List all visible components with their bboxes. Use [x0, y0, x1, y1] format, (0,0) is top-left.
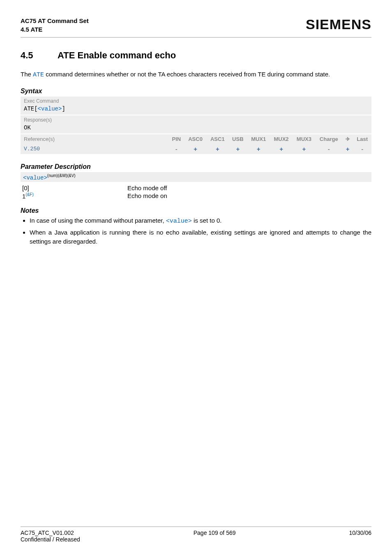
- col-airplane: ✈: [342, 134, 353, 144]
- param-key-1: 1(&F): [21, 192, 127, 200]
- param-desc-heading: Parameter Description: [21, 163, 371, 170]
- param-row-0: [0] Echo mode off: [21, 184, 371, 191]
- param-val-0: Echo mode off: [127, 184, 167, 191]
- notes-list: In case of using the command without par…: [30, 216, 371, 246]
- notes-heading: Notes: [21, 207, 371, 214]
- val-mux3: +: [293, 144, 315, 154]
- reference-value-row: V.250 - + + + + + + - + -: [21, 144, 371, 154]
- col-last: Last: [353, 134, 371, 144]
- reference-label: Reference(s): [21, 134, 168, 144]
- val-last: -: [353, 144, 371, 154]
- response-box: Response(s) OK: [21, 115, 371, 134]
- intro-post: command determines whether or not the TA…: [44, 71, 330, 78]
- col-charge: Charge: [316, 134, 342, 144]
- note-0: In case of using the command without par…: [30, 216, 371, 226]
- val-mux1: +: [247, 144, 270, 154]
- val-usb: +: [228, 144, 247, 154]
- val-charge: -: [316, 144, 342, 154]
- footer-page: Page 109 of 569: [80, 530, 349, 543]
- header-left: AC75 AT Command Set 4.5 ATE: [21, 16, 89, 34]
- col-mux2: MUX2: [270, 134, 293, 144]
- note-0-post: is set to 0.: [192, 217, 222, 224]
- exec-param[interactable]: <value>: [38, 106, 62, 112]
- col-mux1: MUX1: [247, 134, 270, 144]
- page-header: AC75 AT Command Set 4.5 ATE SIEMENS: [21, 16, 371, 38]
- page-footer: AC75_ATC_V01.002 Confidential / Released…: [21, 526, 371, 543]
- col-usb: USB: [228, 134, 247, 144]
- exec-pre: ATE[: [24, 106, 38, 112]
- response-value: OK: [21, 124, 371, 134]
- exec-command: ATE[<value>]: [21, 105, 371, 115]
- val-asc0: +: [184, 144, 207, 154]
- footer-left: AC75_ATC_V01.002 Confidential / Released: [21, 530, 80, 543]
- param-name[interactable]: <value>: [23, 174, 47, 181]
- exec-post: ]: [62, 106, 65, 112]
- footer-confidential: Confidential / Released: [21, 536, 80, 543]
- col-asc1: ASC1: [206, 134, 228, 144]
- param-sup: (num)(&W)(&V): [47, 173, 76, 178]
- footer-doc-id: AC75_ATC_V01.002: [21, 530, 80, 536]
- param-key-0-text: [0]: [22, 184, 29, 191]
- reference-value: V.250: [21, 144, 168, 154]
- reference-header-row: Reference(s) PIN ASC0 ASC1 USB MUX1 MUX2…: [21, 134, 371, 144]
- val-air: +: [342, 144, 353, 154]
- val-mux2: +: [270, 144, 293, 154]
- param-value-tag: <value>(num)(&W)(&V): [21, 172, 371, 182]
- note-1: When a Java application is running there…: [30, 228, 371, 246]
- reference-table: Reference(s) PIN ASC0 ASC1 USB MUX1 MUX2…: [21, 134, 371, 154]
- val-pin: -: [168, 144, 184, 154]
- exec-command-box: Exec Command ATE[<value>]: [21, 97, 371, 115]
- param-key-0: [0]: [21, 184, 127, 191]
- footer-date: 10/30/06: [349, 530, 372, 543]
- response-label: Response(s): [21, 115, 371, 124]
- intro-paragraph: The ATE command determines whether or no…: [21, 70, 371, 80]
- section-title-text: ATE Enable command echo: [58, 50, 176, 60]
- param-row-1: 1(&F) Echo mode on: [21, 192, 371, 200]
- ate-link[interactable]: ATE: [33, 71, 44, 78]
- note-0-pre: In case of using the command without par…: [30, 217, 166, 224]
- param-key-1-sup: (&F): [25, 192, 33, 197]
- siemens-logo: SIEMENS: [306, 16, 371, 32]
- syntax-heading: Syntax: [21, 88, 371, 95]
- doc-subtitle: 4.5 ATE: [21, 25, 89, 34]
- col-pin: PIN: [168, 134, 184, 144]
- param-val-1: Echo mode on: [127, 192, 167, 200]
- col-asc0: ASC0: [184, 134, 207, 144]
- section-number: 4.5: [21, 50, 58, 61]
- intro-pre: The: [21, 71, 33, 78]
- section-heading: 4.5ATE Enable command echo: [21, 50, 371, 61]
- doc-title: AC75 AT Command Set: [21, 16, 89, 25]
- param-rows: [0] Echo mode off 1(&F) Echo mode on: [21, 184, 371, 200]
- note-0-code[interactable]: <value>: [166, 218, 192, 225]
- col-mux3: MUX3: [293, 134, 315, 144]
- exec-label: Exec Command: [21, 97, 371, 105]
- val-asc1: +: [206, 144, 228, 154]
